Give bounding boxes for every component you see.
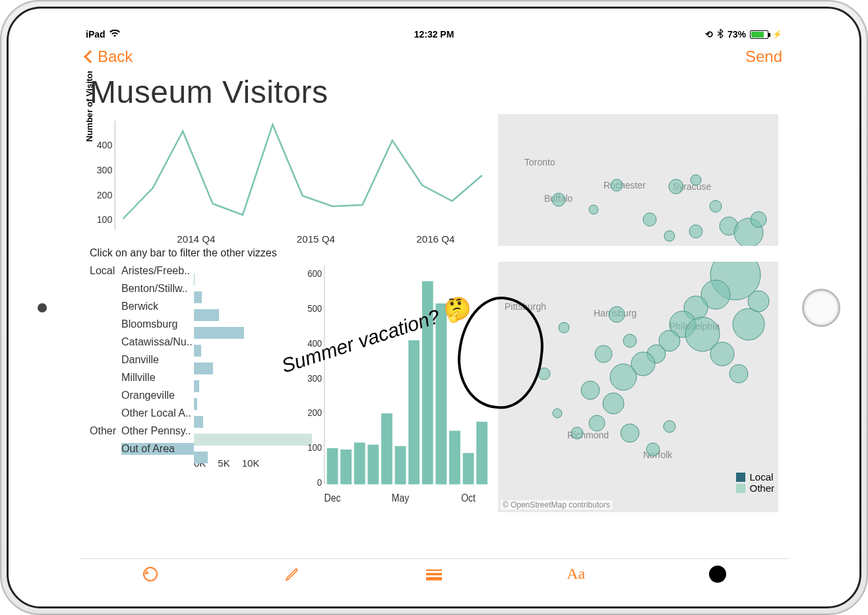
svg-text:200: 200 [307,407,322,419]
svg-point-58 [621,424,639,442]
hbar-label[interactable]: Bloomsburg [121,318,194,330]
content: Museum Visitors Number of Visitors 100 2… [79,71,789,558]
svg-text:2016 Q4: 2016 Q4 [416,233,454,245]
hbar-label[interactable]: Orangeville [121,390,194,401]
color-picker-button[interactable] [708,564,728,584]
hbar-label[interactable]: Berwick [121,301,194,312]
svg-text:200: 200 [97,190,113,200]
svg-point-67 [571,427,583,439]
back-button[interactable]: Back [86,47,133,66]
svg-point-60 [664,421,675,432]
hbar-label[interactable]: Catawissa/Nu.. [121,336,194,348]
svg-point-55 [581,381,600,399]
orientation-lock-icon: ⟲ [705,29,713,40]
line-chart-svg: 100 200 300 400 2014 Q4 2015 Q4 2016 Q4 [90,114,489,246]
hint-text: Click on any bar to filter the other viz… [90,247,778,259]
svg-text:300: 300 [97,165,113,175]
hbar-label[interactable]: Out of Area [121,443,194,455]
battery-pct: 73% [728,29,746,40]
map-bubbles [498,114,778,246]
svg-rect-36 [435,303,447,484]
hbar-axis: 0K5K10K [194,457,294,469]
hbar-group: Local [90,265,121,277]
svg-point-63 [710,342,734,366]
line-weight-button[interactable] [424,564,444,584]
svg-point-9 [611,179,623,191]
svg-text:May: May [392,492,410,504]
svg-point-57 [589,415,605,431]
svg-point-54 [610,364,636,390]
svg-rect-29 [340,450,352,484]
svg-point-66 [729,365,748,383]
svg-point-10 [669,179,683,194]
svg-rect-33 [395,446,406,484]
svg-point-18 [664,231,675,241]
map-attribution: © OpenStreetMap contributors [501,500,612,510]
status-time: 12:32 PM [414,29,454,40]
svg-point-62 [538,368,550,380]
home-button[interactable] [802,289,840,327]
svg-text:100: 100 [97,214,113,225]
svg-rect-39 [476,422,487,484]
hbar-chart[interactable]: LocalAristes/Freeb.. Benton/Stillw.. Ber… [90,262,294,512]
screen: iPad 12:32 PM ⟲ 73% ⚡ Back Send [79,26,789,589]
status-bar: iPad 12:32 PM ⟲ 73% ⚡ [79,26,789,42]
svg-text:300: 300 [307,372,322,384]
hbar-label[interactable]: Other Pennsy.. [121,425,194,437]
svg-text:Oct: Oct [461,492,476,504]
charging-icon: ⚡ [772,30,782,39]
battery-icon [750,30,768,39]
svg-point-53 [595,345,612,363]
hbar-label[interactable]: Danville [121,354,194,366]
device-label: iPad [86,29,106,40]
svg-rect-31 [367,445,379,484]
hbar-label[interactable]: Millville [121,372,194,384]
svg-point-51 [623,334,636,347]
svg-point-64 [733,308,764,340]
svg-point-8 [552,193,565,206]
svg-text:500: 500 [307,303,322,314]
svg-rect-38 [463,453,474,484]
svg-text:0: 0 [317,477,323,488]
svg-text:600: 600 [307,268,322,279]
svg-point-56 [603,393,624,414]
svg-text:100: 100 [307,442,322,453]
svg-point-61 [559,322,569,333]
svg-rect-37 [449,431,460,484]
hbar-label[interactable]: Other Local A.. [121,407,194,419]
front-camera [38,303,47,312]
send-button[interactable]: Send [745,47,782,66]
line-chart[interactable]: Number of Visitors 100 200 300 400 2014 … [90,114,489,246]
svg-rect-30 [354,442,365,484]
bluetooth-icon [717,29,724,40]
svg-point-13 [643,213,656,226]
svg-point-59 [646,443,660,456]
hbar-label[interactable]: Aristes/Freeb.. [121,265,194,277]
svg-point-17 [751,212,766,227]
back-label: Back [98,47,133,66]
svg-point-14 [710,200,722,212]
wifi-icon [109,29,120,40]
y-axis-label: Number of Visitors [84,71,94,142]
svg-text:400: 400 [97,140,113,150]
svg-point-65 [748,291,769,312]
chevron-left-icon [84,50,97,63]
hbar-group: Other [90,425,121,437]
map-top[interactable]: Toronto Buffalo Rochester Syracuse [498,114,778,246]
map-bottom[interactable]: Pittsburgh Harrisburg Philadelphia Richm… [498,262,778,512]
svg-point-11 [691,175,701,185]
pencil-tool-button[interactable] [282,564,302,584]
svg-rect-34 [408,340,419,484]
ipad-frame: iPad 12:32 PM ⟲ 73% ⚡ Back Send [0,0,868,615]
undo-button[interactable] [140,564,160,584]
bottom-toolbar: Aa [79,558,789,589]
svg-text:Dec: Dec [325,492,341,504]
hbar-label[interactable]: Benton/Stillw.. [121,283,194,295]
svg-point-12 [589,205,598,214]
svg-point-68 [553,409,562,418]
svg-point-19 [689,225,702,238]
svg-rect-32 [381,413,392,484]
text-tool-button[interactable]: Aa [566,564,586,584]
svg-point-52 [609,307,625,322]
svg-text:2015 Q4: 2015 Q4 [297,233,335,245]
